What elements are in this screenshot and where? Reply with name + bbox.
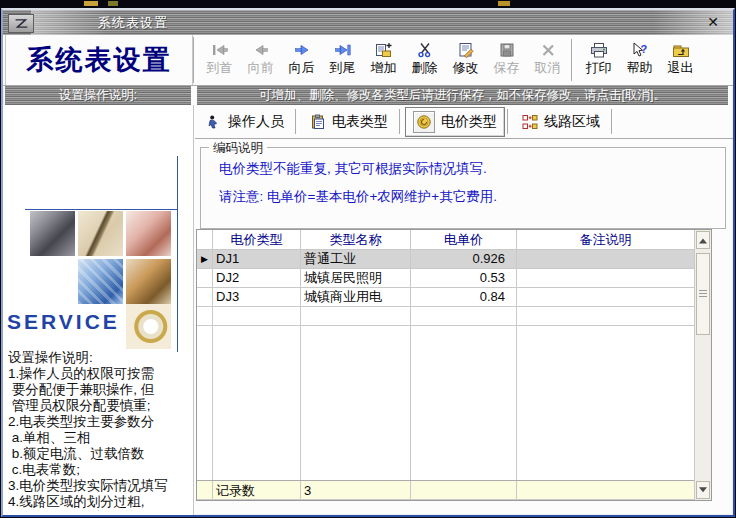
decorative-line: [25, 209, 177, 210]
tab-operators[interactable]: 操作人员: [197, 109, 293, 135]
background-window-fragment: [498, 1, 510, 6]
tab-label: 线路区域: [544, 113, 600, 131]
encoding-description-groupbox: 编码说明 电价类型不能重复, 其它可根据实际情况填写. 请注意: 电单价=基本电…: [200, 147, 726, 229]
column-header: 类型名称: [301, 230, 411, 249]
table-row[interactable]: DJ3 城镇商业用电 0.84: [197, 288, 694, 307]
tab-label: 电价类型: [441, 113, 497, 131]
cell-note: [517, 288, 694, 306]
close-icon[interactable]: ✕: [704, 12, 722, 32]
sidebar-header: 设置操作说明:: [5, 85, 191, 105]
table-footer-row: 记录数 3: [197, 480, 694, 500]
tab-separator: [611, 109, 615, 134]
print-button[interactable]: 打印: [578, 37, 619, 83]
save-button[interactable]: 保存: [486, 37, 527, 83]
last-record-button[interactable]: 到尾: [322, 37, 363, 83]
cell-empty: [517, 481, 694, 499]
next-record-button[interactable]: 向后: [281, 37, 322, 83]
cell-price-type: DJ2: [213, 269, 301, 287]
delete-button[interactable]: 删除: [404, 37, 445, 83]
person-icon: [206, 114, 222, 130]
photo-keyboard: [78, 259, 123, 304]
cancel-button[interactable]: 取消: [527, 37, 568, 83]
row-indicator: [197, 288, 213, 306]
row-indicator: [197, 269, 213, 287]
previous-record-button[interactable]: 向前: [240, 37, 281, 83]
cell-type-name: 普通工业: [301, 250, 411, 268]
row-pointer-icon: ▶: [197, 250, 212, 268]
button-label: 到尾: [330, 60, 356, 75]
column-line: [411, 326, 517, 480]
tab-line-areas[interactable]: 线路区域: [513, 109, 609, 135]
decorative-line: [177, 156, 178, 352]
column-header: 电价类型: [213, 230, 301, 249]
row-indicator: [197, 481, 213, 499]
cell-type-name: 城镇商业用电: [301, 288, 411, 306]
photo-tool: [30, 211, 75, 256]
exit-folder-icon: [672, 40, 690, 59]
coin-icon: [413, 111, 435, 133]
help-cursor-icon: ?: [631, 40, 649, 59]
table-row-selected[interactable]: ▶ DJ1 普通工业 0.926: [197, 250, 694, 269]
previous-record-icon: [251, 40, 271, 59]
button-label: 向后: [289, 60, 315, 75]
price-type-table: 电价类型 类型名称 电单价 备注说明 ▶ DJ1 普通工业 0.926 DJ2 …: [196, 229, 712, 501]
service-logo-text: SERVICE: [7, 310, 120, 334]
button-label: 增加: [371, 60, 397, 75]
scroll-down-icon[interactable]: [696, 481, 710, 499]
scrollbar-track[interactable]: [695, 250, 711, 480]
toolbar: 到首 向前 向后 到尾: [199, 35, 731, 85]
cell-price-type: DJ3: [213, 288, 301, 306]
floppy-save-icon: [499, 40, 515, 59]
scrollbar-thumb[interactable]: [696, 253, 710, 335]
clipboard-icon: [310, 114, 326, 130]
vertical-scrollbar[interactable]: [694, 230, 711, 500]
cell-note: [517, 250, 694, 268]
cancel-x-icon: [540, 40, 556, 59]
button-label: 删除: [412, 60, 438, 75]
exit-button[interactable]: 退出: [660, 37, 701, 83]
table-row[interactable]: DJ2 城镇居民照明 0.53: [197, 269, 694, 288]
background-window-fragment: [84, 1, 98, 6]
tab-price-types[interactable]: 电价类型: [405, 107, 505, 137]
column-line: [197, 326, 213, 480]
sidebar: SERVICE 设置操作说明: 1.操作人员的权限可按需 要分配便于兼职操作, …: [3, 105, 193, 515]
help-button[interactable]: ? 帮助: [619, 37, 660, 83]
record-count-label: 记录数: [213, 481, 301, 499]
app-window: 系统表设置 ✕ 系统表设置 到首 向前 向后: [1, 8, 735, 517]
cell-unit-price: 0.84: [411, 288, 517, 306]
cell-unit-price: 0.926: [411, 250, 517, 268]
row-indicator: ▶: [197, 250, 213, 268]
column-line: [517, 326, 694, 480]
window-title: 系统表设置: [98, 10, 168, 35]
cell-unit-price: 0.53: [411, 269, 517, 287]
modify-button[interactable]: 修改: [445, 37, 486, 83]
first-record-button[interactable]: 到首: [199, 37, 240, 83]
background-window-fragment: [108, 1, 118, 6]
tab-separator: [399, 109, 403, 134]
column-header: 备注说明: [517, 230, 694, 249]
scroll-up-icon[interactable]: [696, 231, 710, 249]
button-label: 向前: [248, 60, 274, 75]
divider: [193, 37, 197, 83]
message-bar: 可增加、删除、修改各类型后请进行保存，如不保存修改，请点击[取消]。: [197, 85, 728, 105]
titlebar[interactable]: 系统表设置 ✕: [3, 10, 733, 35]
column-line: [213, 326, 301, 480]
column-line: [301, 326, 411, 480]
first-record-icon: [210, 40, 230, 59]
last-record-icon: [333, 40, 353, 59]
photo-pliers: [126, 211, 171, 256]
tab-meter-types[interactable]: 电表类型: [301, 109, 397, 135]
tab-label: 操作人员: [228, 113, 284, 131]
add-record-icon: [375, 40, 393, 59]
cell-empty: [411, 307, 517, 325]
page-title: 系统表设置: [5, 35, 193, 85]
node-boxes-icon: [522, 114, 538, 130]
photo-watch: [126, 304, 171, 349]
button-label: 退出: [668, 60, 694, 75]
groupbox-note: 电价类型不能重复, 其它可根据实际情况填写.: [219, 160, 487, 178]
table-empty-area: [197, 326, 694, 480]
cell-note: [517, 269, 694, 287]
button-label: 保存: [494, 60, 520, 75]
add-button[interactable]: 增加: [363, 37, 404, 83]
svg-text:?: ?: [640, 42, 647, 54]
